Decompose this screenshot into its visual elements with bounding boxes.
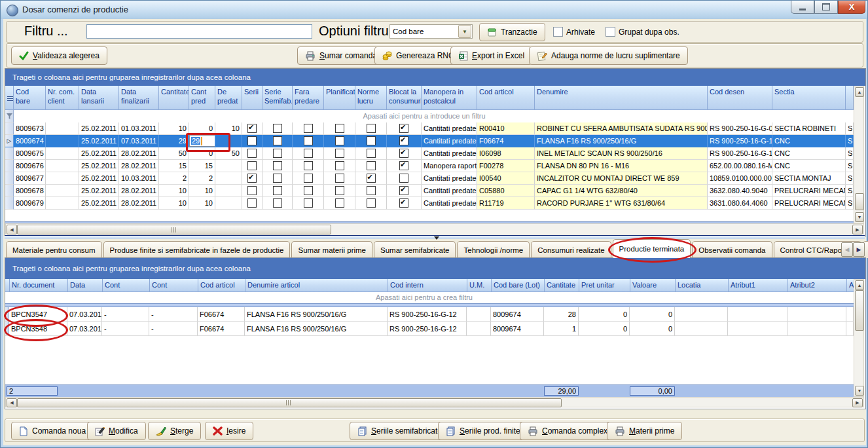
checkbox-cell[interactable] <box>387 185 422 197</box>
cell-cod_intern[interactable]: RS 900-250-16-G-12 <box>388 322 467 336</box>
checkbox-cell[interactable] <box>387 197 422 210</box>
cell-cod_desen[interactable]: 3631.080.64.4060 <box>708 197 772 210</box>
grid-checkbox[interactable] <box>304 149 313 158</box>
cell-um[interactable] <box>467 307 491 322</box>
column-header-cantitate[interactable]: Cantitate <box>159 86 189 110</box>
grid2-vscroll-thumb[interactable] <box>855 290 864 331</box>
grid-checkbox[interactable] <box>304 174 313 183</box>
materii-prime-button[interactable]: Materii prime <box>607 422 682 440</box>
cell-cantitate[interactable]: 15 <box>159 160 189 172</box>
grid-checkbox[interactable] <box>399 124 408 133</box>
column-header-u.m.[interactable]: U.M. <box>467 279 492 292</box>
grid-checkbox[interactable] <box>273 161 282 170</box>
checkbox-cell[interactable] <box>293 147 324 160</box>
grid1-hscroll-thumb[interactable] <box>17 225 331 234</box>
scroll-down-button[interactable]: ▼ <box>855 212 864 222</box>
cell-data_lansarii[interactable]: 25.02.2011 <box>79 185 119 197</box>
cell-cod_desen[interactable]: 3632.080.40.9040 <box>708 185 772 197</box>
cell-data_finalizarii[interactable]: 28.02.2011 <box>119 185 159 197</box>
cell-extra[interactable]: S <box>846 197 854 210</box>
cell-cont_gestiune[interactable]: - <box>102 307 149 322</box>
checkbox-cell[interactable] <box>355 147 387 160</box>
cell-cod_desen[interactable]: 652.00.00.080.16-M <box>708 160 772 172</box>
cell-cod_desen[interactable]: RS 900-250-16-G-00 <box>708 122 772 135</box>
cell-manopera[interactable]: Cantitati predate <box>422 197 477 210</box>
column-header-planificat[interactable]: Planificat <box>324 86 355 110</box>
cell-cod_bare[interactable]: 8009679 <box>14 197 46 210</box>
column-header-locatia[interactable]: Locatia <box>676 279 729 292</box>
tab-consumuri-realizate[interactable]: Consumuri realizate <box>531 241 611 258</box>
grid-checkbox[interactable] <box>247 186 257 195</box>
tranzactie-button[interactable]: Tranzactie <box>479 23 545 41</box>
grid-checkbox[interactable] <box>367 161 376 170</box>
grid-checkbox[interactable] <box>247 198 257 208</box>
column-header-serii[interactable]: Serii <box>242 86 262 110</box>
grid-checkbox[interactable] <box>247 124 257 133</box>
cell-de_predat[interactable] <box>215 197 242 210</box>
optiuni-filtru-combo[interactable]: Cod bare ▼ <box>389 24 473 39</box>
cell-sectia[interactable]: SECTIA ROBINETI <box>772 122 846 135</box>
cell-cant_pred[interactable]: 0 <box>189 122 215 135</box>
grid-checkbox[interactable] <box>273 149 282 158</box>
cell-denumire[interactable]: FLANSA DN 80 PN 16 - M16 <box>535 160 708 172</box>
sumar-comanda-button[interactable]: Sumar comanda <box>297 47 385 65</box>
cell-cantitate[interactable]: 10 <box>159 122 189 135</box>
grid-checkbox[interactable] <box>367 198 376 208</box>
column-header-cod-bare[interactable]: Cod bare <box>14 86 46 110</box>
modifica-button[interactable]: Modifica <box>87 422 146 440</box>
grid-checkbox[interactable] <box>273 198 282 208</box>
column-header-atribut1[interactable]: Atribut1 <box>729 279 788 292</box>
tab-scroll-left-button[interactable]: ◀ <box>841 242 853 257</box>
column-header-nr.-com.-client[interactable]: Nr. com. client <box>46 86 79 110</box>
grid-checkbox[interactable] <box>335 186 344 195</box>
grid-checkbox[interactable] <box>367 186 376 195</box>
column-header-data-lansarii[interactable]: Data lansarii <box>79 86 119 110</box>
cell-extra[interactable]: S <box>846 185 854 197</box>
scroll-down-button[interactable]: ▼ <box>855 386 864 396</box>
scroll-right-button[interactable]: ▶ <box>852 225 863 234</box>
cell-data_lansarii[interactable]: 25.02.2011 <box>79 147 119 160</box>
grid2-hscrollbar[interactable]: ◀ ▶ <box>5 397 864 407</box>
adauga-norme-button[interactable]: Adauga norme de lucru suplimentare <box>529 47 688 65</box>
cell-denumire[interactable]: RACORD PURJARE 1'' WTG 631/80/64 <box>535 197 708 210</box>
cell-extra[interactable]: S <box>846 147 854 160</box>
tab-observatii-comanda[interactable]: Observatii comanda <box>692 241 772 258</box>
cell-data_lansarii[interactable]: 25.02.2011 <box>79 135 119 147</box>
cell-de_predat[interactable] <box>215 160 242 172</box>
grid-checkbox[interactable] <box>273 136 282 145</box>
cell-cod_articol[interactable]: F06674 <box>198 322 245 336</box>
checkbox-cell[interactable] <box>293 185 324 197</box>
arhivate-checkbox[interactable] <box>553 27 563 37</box>
cell-sectia[interactable]: PRELUCRARI MECANICE <box>772 197 846 210</box>
grid-checkbox[interactable] <box>367 174 376 183</box>
comanda-complex-button[interactable]: Comanda complex <box>520 422 615 440</box>
column-header-denumire-articol[interactable]: Denumire articol <box>245 279 388 292</box>
column-header-cantitate[interactable]: Cantitate <box>545 279 579 292</box>
cell-data[interactable]: 07.03.2011 <box>67 307 102 322</box>
tab-scroll-right-button[interactable]: ▶ <box>853 242 865 257</box>
export-excel-button[interactable]: Export in Excel <box>450 47 532 65</box>
grid2-row-BPCN3547[interactable]: BPCN354707.03.2011--F06674FLANSA F16 RS … <box>5 307 854 322</box>
grid-checkbox[interactable] <box>335 198 344 208</box>
grid2-group-panel[interactable]: Trageti o coloana aici pentru gruparea i… <box>5 258 865 279</box>
genereaza-rnc-button[interactable]: Genereaza RNC <box>374 47 462 65</box>
cell-cod_articol[interactable]: F06674 <box>198 307 245 322</box>
cell-sectia[interactable]: CNC <box>772 147 846 160</box>
cell-cod_articol[interactable]: R00410 <box>477 122 535 135</box>
tab-sumar-materii-prime[interactable]: Sumar materii prime <box>291 241 372 258</box>
cell-cantitate[interactable]: 50 <box>159 147 189 160</box>
cell-data_finalizarii[interactable]: 28.02.2011 <box>119 160 159 172</box>
checkbox-cell[interactable] <box>355 172 387 185</box>
grid-checkbox[interactable] <box>247 174 257 183</box>
cell-nr_com[interactable] <box>46 185 79 197</box>
column-header-data-finalizarii[interactable]: Data finalizarii <box>119 86 159 110</box>
cell-denumire[interactable]: FLANSA F16 RS 900/250/16/G <box>535 135 708 147</box>
checkbox-cell[interactable] <box>242 122 262 135</box>
grid-checkbox[interactable] <box>273 174 282 183</box>
checkbox-cell[interactable] <box>324 122 355 135</box>
column-header-denumire[interactable]: Denumire <box>535 86 708 110</box>
cell-um[interactable] <box>467 322 491 336</box>
tab-productie-terminata[interactable]: Productie terminata <box>613 239 691 258</box>
cell-cantitate[interactable]: 10 <box>159 185 189 197</box>
column-header-atribut2[interactable]: Atribut2 <box>788 279 847 292</box>
